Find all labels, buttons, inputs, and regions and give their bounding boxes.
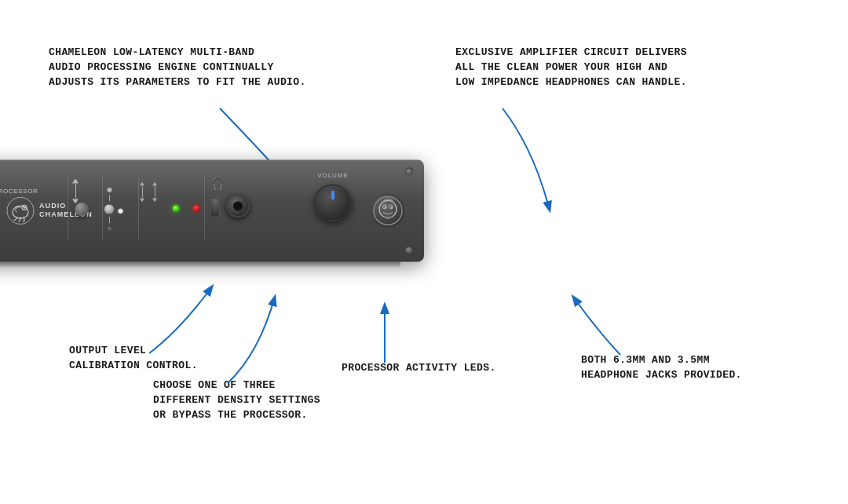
annotation-top-left: Chameleon low-latency multi-band audio p… xyxy=(49,46,306,90)
page: Chameleon low-latency multi-band audio p… xyxy=(0,0,848,504)
down-arrow-icon xyxy=(140,198,144,202)
activity-led-green xyxy=(173,205,179,211)
volume-knob[interactable] xyxy=(314,184,352,221)
jack-hole xyxy=(233,201,243,210)
down-arrow-icon-2 xyxy=(152,198,157,202)
switch-shaft xyxy=(109,195,110,201)
volume-section: Volume xyxy=(314,172,352,221)
density-switch[interactable] xyxy=(104,187,115,231)
svg-point-10 xyxy=(391,206,393,208)
switch-ball xyxy=(104,203,115,214)
input-level-arrows xyxy=(140,181,157,202)
annotation-top-right: Exclusive amplifier circuit delivers all… xyxy=(455,46,687,90)
activity-leds-cluster xyxy=(173,205,199,211)
arrow-up-icon xyxy=(72,178,79,183)
signal-indicator-1 xyxy=(72,178,79,203)
separator-1 xyxy=(68,177,68,239)
annotation-activity-leds: Processor activity LEDs. xyxy=(342,361,496,376)
up-arrow-icon xyxy=(140,181,144,185)
annotation-output-level: Output level calibration control. xyxy=(69,344,198,374)
switch-indicator-dot xyxy=(118,208,123,214)
annotation-headphone-jacks: Both 6.3mm and 3.5mm headphone jacks pro… xyxy=(581,353,742,383)
svg-point-4 xyxy=(24,206,25,208)
screw-bottom-right xyxy=(405,246,413,254)
activity-led-off-1 xyxy=(183,205,189,211)
signal-arrows-group xyxy=(72,178,79,203)
device-label: C3 Headphone Audio AI Processor xyxy=(0,173,38,196)
device-feet xyxy=(0,261,400,268)
up-arrow-icon-2 xyxy=(152,181,157,185)
level-arrow-pair-1 xyxy=(140,181,144,202)
chameleon-logo-icon xyxy=(6,196,35,225)
jack-3-5mm xyxy=(210,195,220,217)
activity-led-red xyxy=(193,205,199,211)
device-chassis: C3 Headphone Audio AI Processor xyxy=(0,159,424,261)
level-arrow-pair-2 xyxy=(152,181,157,202)
separator-3 xyxy=(138,177,139,239)
mascot-face xyxy=(371,193,405,228)
calibration-knob[interactable] xyxy=(75,202,89,216)
screw-top-right xyxy=(405,167,413,175)
svg-point-9 xyxy=(385,206,386,208)
jack-6-35mm xyxy=(226,194,250,217)
signal-line xyxy=(75,184,76,198)
annotation-density-settings: Choose one of three different density se… xyxy=(153,378,320,423)
separator-4 xyxy=(204,177,205,239)
headphone-symbol: 🎧 xyxy=(210,177,225,191)
switch-dot-top xyxy=(107,187,112,192)
svg-point-6 xyxy=(379,200,397,217)
svg-point-1 xyxy=(7,197,34,224)
separator-2 xyxy=(102,177,103,239)
switch-shaft-2 xyxy=(109,217,110,223)
device-unit: C3 Headphone Audio AI Processor xyxy=(0,159,424,261)
switch-dot-bot xyxy=(107,225,112,231)
